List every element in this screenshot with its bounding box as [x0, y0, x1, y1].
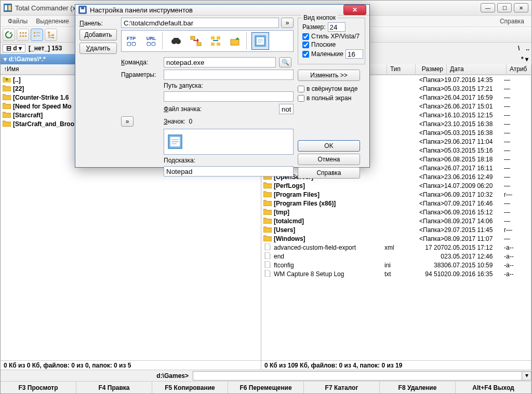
- panel-path-browse-button[interactable]: »: [281, 18, 294, 28]
- svg-rect-3: [20, 32, 21, 34]
- change-button[interactable]: Изменить >>: [298, 70, 360, 81]
- fullscreen-checkbox[interactable]: [298, 95, 304, 102]
- svg-rect-12: [36, 35, 40, 36]
- commandline: d:\Games> ▾: [1, 370, 531, 381]
- svg-rect-27: [217, 43, 220, 46]
- svg-rect-8: [25, 35, 26, 37]
- size-label: Размер:: [302, 23, 326, 31]
- list-item[interactable]: advanced-custom-field-exportxml17 20702.…: [261, 243, 531, 252]
- command-browse-button[interactable]: 🔍: [279, 57, 291, 67]
- small-size-input[interactable]: [345, 49, 363, 59]
- params-input[interactable]: [164, 70, 294, 80]
- strip-sync-icon[interactable]: [187, 32, 205, 50]
- startpath-input[interactable]: [164, 91, 294, 102]
- ok-button[interactable]: OK: [298, 140, 360, 152]
- size-input[interactable]: [328, 22, 345, 32]
- header-date[interactable]: Дата: [447, 64, 507, 74]
- dialog-title: Настройка панели инструментов: [90, 6, 343, 14]
- left-drive-combo[interactable]: ⊟ d ▾: [3, 44, 25, 52]
- minimized-checkbox[interactable]: [298, 86, 304, 92]
- svg-rect-18: [81, 7, 84, 9]
- tooltip-input[interactable]: [164, 166, 294, 176]
- strip-folderup-icon[interactable]: [227, 32, 244, 50]
- icon-label: Значок: 0: [164, 118, 276, 125]
- toolbar-icon-strip[interactable]: FTP▢▢ URL▢▢: [121, 30, 294, 52]
- toolbar-config-dialog: Настройка панели инструментов ✕ Панель: …: [75, 4, 370, 168]
- close-button[interactable]: ✕: [514, 3, 528, 12]
- f6-button[interactable]: F6 Перемещение: [228, 382, 304, 393]
- svg-rect-5: [25, 32, 26, 34]
- right-status: 0 Кб из 109 Кб, файлов: 0 из 4, папок: 0…: [261, 360, 531, 370]
- left-status: 0 Кб из 0 Кб, файлов: 0 из 0, папок: 0 и…: [1, 360, 261, 370]
- toolbar-brief-icon[interactable]: [17, 29, 29, 41]
- iconfile-input[interactable]: [279, 104, 294, 114]
- menu-files[interactable]: Файлы: [4, 17, 32, 26]
- svg-rect-2: [8, 5, 11, 10]
- list-item[interactable]: [tmp]<Папка>06.09.2016 15:12—: [261, 208, 531, 216]
- menu-help[interactable]: Справка: [496, 17, 528, 26]
- style-xp-checkbox[interactable]: [302, 33, 309, 40]
- icon-preview[interactable]: [164, 129, 294, 155]
- svg-rect-21: [174, 38, 179, 40]
- toolbar-full-icon[interactable]: [31, 29, 43, 41]
- list-item[interactable]: [Program Files]<Папка>06.09.2017 10:32r—: [261, 190, 531, 199]
- minimize-button[interactable]: —: [481, 3, 495, 12]
- f8-button[interactable]: F8 Удаление: [380, 382, 456, 393]
- list-item[interactable]: [Users]<Папка>29.07.2015 11:45r—: [261, 225, 531, 234]
- svg-rect-24: [211, 36, 215, 39]
- list-item[interactable]: [Windows]<Папка>08.09.2017 11:07—: [261, 234, 531, 243]
- svg-rect-22: [191, 36, 195, 39]
- svg-rect-4: [22, 32, 24, 34]
- menu-select[interactable]: Выделение: [32, 17, 73, 26]
- svg-rect-10: [36, 32, 40, 33]
- list-item[interactable]: end023.05.2017 12:46-a--: [261, 252, 531, 261]
- list-item[interactable]: [Program Files (x86)]<Папка>07.09.2017 1…: [261, 199, 531, 208]
- toolbar-refresh-icon[interactable]: [3, 29, 15, 41]
- help-button[interactable]: Справка: [298, 167, 360, 179]
- small-checkbox[interactable]: [302, 51, 309, 58]
- panel-path-input[interactable]: [121, 18, 279, 28]
- header-size[interactable]: Размер: [416, 64, 447, 74]
- add-button[interactable]: Добавить: [79, 29, 117, 40]
- header-type[interactable]: Тип: [387, 64, 416, 74]
- svg-rect-13: [48, 32, 50, 33]
- minimized-label: в свёрнутом виде: [307, 85, 357, 92]
- delete-button[interactable]: Удалить: [79, 43, 117, 54]
- strip-url-icon[interactable]: URL▢▢: [142, 32, 160, 50]
- commandline-dropdown[interactable]: ▾: [522, 371, 531, 381]
- altf4-button[interactable]: Alt+F4 Выход: [456, 382, 531, 393]
- cancel-button[interactable]: Отмена: [298, 154, 360, 165]
- iconfile-browse-button[interactable]: »: [121, 116, 134, 127]
- f5-button[interactable]: F5 Копирование: [152, 382, 228, 393]
- fullscreen-label: в полный экран: [307, 94, 351, 102]
- right-updir-button[interactable]: ..: [526, 45, 529, 52]
- list-item[interactable]: ftconfigini38306.07.2015 10:59-a--: [261, 261, 531, 269]
- left-drive-size: 153: [51, 45, 62, 52]
- f4-button[interactable]: F4 Правка: [76, 382, 152, 393]
- maximize-button[interactable]: ☐: [497, 3, 512, 12]
- strip-copynames-icon[interactable]: [207, 32, 224, 50]
- f7-button[interactable]: F7 Каталог: [304, 382, 380, 393]
- style-xp-label: Стиль XP/Vista/7: [311, 33, 360, 40]
- list-item[interactable]: [PerfLogs]<Папка>14.07.2009 06:20—: [261, 181, 531, 190]
- svg-rect-11: [34, 35, 35, 37]
- toolbar-tree-icon[interactable]: [45, 29, 57, 41]
- list-item[interactable]: [totalcmd]<Папка>08.09.2017 14:06—: [261, 216, 531, 225]
- strip-separator-2: [246, 32, 249, 50]
- strip-notepad-icon[interactable]: [251, 32, 269, 50]
- strip-binoculars-icon[interactable]: [167, 32, 185, 50]
- header-attr[interactable]: Атриб: [507, 64, 531, 74]
- panel-label: Панель:: [79, 18, 117, 27]
- command-input[interactable]: [164, 57, 276, 67]
- commandline-input[interactable]: [193, 371, 522, 381]
- strip-ftp-icon[interactable]: FTP▢▢: [123, 32, 140, 50]
- svg-rect-23: [197, 43, 201, 46]
- function-bar: F3 Просмотр F4 Правка F5 Копирование F6 …: [1, 381, 531, 393]
- buttonstyle-caption: Вид кнопок: [301, 14, 338, 21]
- dialog-close-button[interactable]: ✕: [343, 5, 366, 15]
- dialog-icon: [78, 6, 87, 14]
- f3-button[interactable]: F3 Просмотр: [1, 382, 76, 393]
- list-item[interactable]: WM Capture 8 Setup Logtxt94 51020.09.201…: [261, 269, 531, 278]
- flat-checkbox[interactable]: [302, 42, 309, 48]
- right-root-button[interactable]: \: [518, 45, 520, 52]
